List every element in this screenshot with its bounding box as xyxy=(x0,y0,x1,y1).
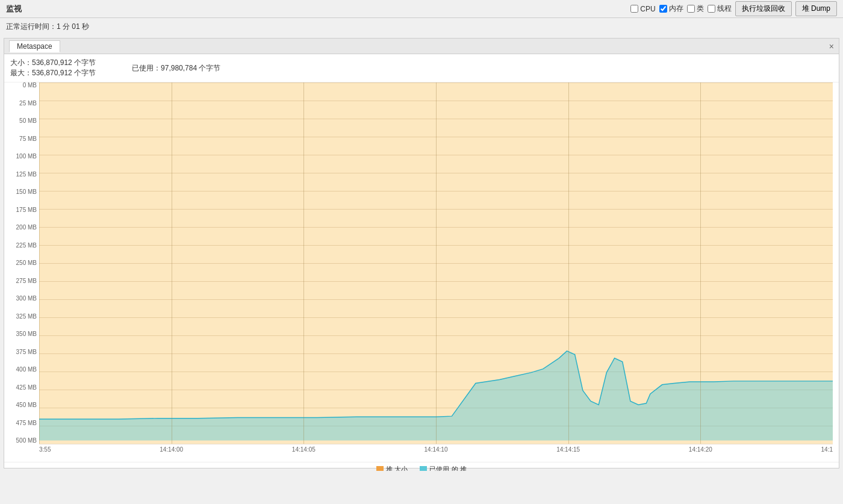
vertical-grid-line xyxy=(436,82,437,444)
y-label: 175 MB xyxy=(4,207,39,213)
chart-inner: 14:13:5514:14:0014:14:0514:14:1014:14:15… xyxy=(39,82,833,462)
stats-bar: 大小：536,870,912 个字节 最大：536,870,912 个字节 已使… xyxy=(4,54,839,82)
y-label: 275 MB xyxy=(4,278,39,284)
legend-label: 堆 大小 xyxy=(386,465,408,471)
y-label: 425 MB xyxy=(4,385,39,391)
x-label: 14:14:20 xyxy=(689,446,712,453)
legend-label: 已使用 的 堆 xyxy=(429,465,466,471)
y-label: 100 MB xyxy=(4,154,39,160)
y-label: 375 MB xyxy=(4,349,39,355)
x-label: 14:14:00 xyxy=(160,446,183,453)
chart-area: 500 MB475 MB450 MB425 MB400 MB375 MB350 … xyxy=(4,82,839,468)
cpu-label: CPU xyxy=(640,5,655,13)
x-label: 14:14:15 xyxy=(556,446,580,453)
uptime-bar: 正常运行时间：1 分 01 秒 xyxy=(0,18,843,36)
stats-size: 大小：536,870,912 个字节 最大：536,870,912 个字节 xyxy=(10,58,96,78)
y-label: 0 MB xyxy=(4,82,39,89)
uptime-label: 正常运行时间： xyxy=(6,22,57,31)
thread-label: 线程 xyxy=(717,4,732,14)
used-label: 已使用： xyxy=(132,64,161,72)
vertical-grid-line xyxy=(172,82,172,444)
top-bar: 监视 CPU 内存 类 线程 执行垃圾回收 堆 Dump xyxy=(0,0,843,18)
legend-item: 堆 大小 xyxy=(376,465,408,471)
max-value: 536,870,912 个字节 xyxy=(32,69,96,77)
y-label: 450 MB xyxy=(4,402,39,408)
size-value: 536,870,912 个字节 xyxy=(32,58,96,67)
top-right: CPU 内存 类 线程 执行垃圾回收 堆 Dump xyxy=(630,1,837,16)
y-label: 300 MB xyxy=(4,296,39,302)
x-axis: 14:13:5514:14:0014:14:0514:14:1014:14:15… xyxy=(39,444,833,462)
memory-checkbox[interactable] xyxy=(659,5,667,13)
size-label: 大小： xyxy=(10,58,32,67)
y-label: 325 MB xyxy=(4,314,39,320)
legend-bar: 堆 大小已使用 的 堆 xyxy=(4,462,839,471)
x-label: 14:14:25 xyxy=(821,446,833,453)
y-label: 475 MB xyxy=(4,420,39,426)
legend-item: 已使用 的 堆 xyxy=(420,465,466,471)
y-label: 150 MB xyxy=(4,189,39,195)
uptime-value: 1 分 01 秒 xyxy=(57,22,89,31)
x-label: 14:13:55 xyxy=(39,446,51,453)
legend-color-box xyxy=(420,466,427,471)
dump-button[interactable]: 堆 Dump xyxy=(795,1,837,16)
y-label: 50 MB xyxy=(4,118,39,124)
memory-checkbox-item: 内存 xyxy=(659,4,683,14)
close-icon[interactable]: × xyxy=(829,42,834,51)
y-label: 250 MB xyxy=(4,260,39,266)
vertical-grid-line xyxy=(700,82,701,444)
y-label: 75 MB xyxy=(4,136,39,142)
app-title: 监视 xyxy=(6,4,22,14)
cpu-checkbox-item: CPU xyxy=(630,5,655,13)
class-label: 类 xyxy=(697,4,704,14)
stats-used: 已使用：97,980,784 个字节 xyxy=(132,63,220,73)
max-label: 最大： xyxy=(10,69,32,77)
y-label: 200 MB xyxy=(4,225,39,231)
y-label: 125 MB xyxy=(4,172,39,178)
y-axis: 500 MB475 MB450 MB425 MB400 MB375 MB350 … xyxy=(4,82,39,462)
used-value: 97,980,784 个字节 xyxy=(161,64,220,72)
y-label: 500 MB xyxy=(4,438,39,444)
class-checkbox-item: 类 xyxy=(687,4,704,14)
panel-tabs: Metaspace xyxy=(9,40,60,52)
tab-metaspace[interactable]: Metaspace xyxy=(9,40,60,52)
class-checkbox[interactable] xyxy=(687,5,695,13)
panel-header: Metaspace × xyxy=(4,39,839,54)
legend-color-box xyxy=(376,466,384,471)
main-panel: Metaspace × 大小：536,870,912 个字节 最大：536,87… xyxy=(4,38,839,468)
x-label: 14:14:05 xyxy=(292,446,316,453)
top-left: 监视 xyxy=(6,4,22,14)
memory-label: 内存 xyxy=(669,4,683,14)
vertical-grid-line xyxy=(303,82,304,444)
y-label: 350 MB xyxy=(4,331,39,337)
cpu-checkbox[interactable] xyxy=(630,5,638,13)
gc-button[interactable]: 执行垃圾回收 xyxy=(735,1,792,16)
thread-checkbox-item: 线程 xyxy=(708,4,732,14)
vertical-grid-line xyxy=(568,82,569,444)
thread-checkbox[interactable] xyxy=(708,5,715,13)
y-label: 400 MB xyxy=(4,367,39,373)
vertical-grid-line xyxy=(39,82,40,444)
y-label: 225 MB xyxy=(4,243,39,249)
y-label: 25 MB xyxy=(4,101,39,107)
x-label: 14:14:10 xyxy=(425,446,448,453)
